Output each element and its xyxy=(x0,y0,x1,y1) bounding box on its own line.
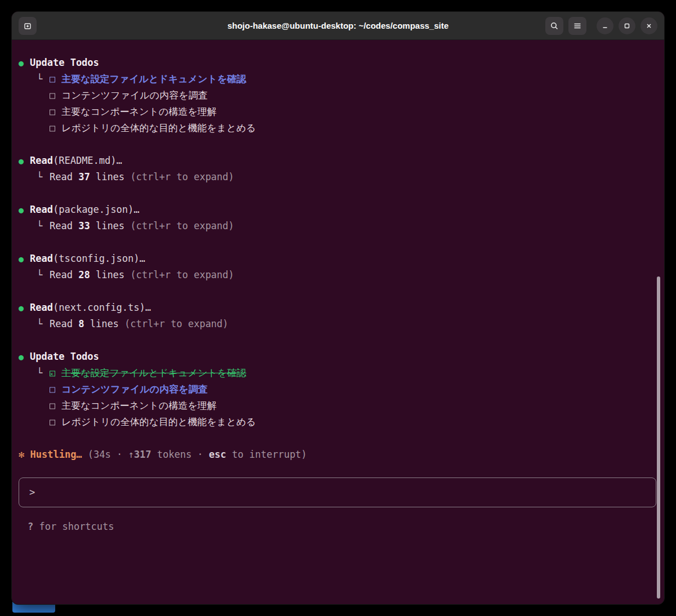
shortcut-key: ? xyxy=(28,521,33,532)
todo-text: 主要なコンポーネントの構造を理解 xyxy=(61,400,217,411)
search-button[interactable] xyxy=(545,17,563,35)
result-text: lines xyxy=(90,171,131,182)
close-button[interactable] xyxy=(641,17,657,34)
tool-result-row: └Read 37 lines (ctrl+r to expand) xyxy=(19,169,657,185)
todo-item: コンテンツファイルの内容を調査 xyxy=(19,381,657,398)
read-tool-block: ●Read(tsconfig.json)… └Read 28 lines (ct… xyxy=(19,251,657,283)
status-text: tokens · xyxy=(151,449,208,460)
task-bullet-icon: ● xyxy=(19,349,30,365)
todo-item: └主要な設定ファイルとドキュメントを確認 xyxy=(19,71,657,87)
spinner-icon: ✻ xyxy=(19,449,30,460)
expand-hint: (ctrl+r to expand) xyxy=(130,269,234,280)
task-bullet-icon: ● xyxy=(19,300,30,316)
arrow-up-icon: ↑ xyxy=(128,449,134,460)
checkbox-icon xyxy=(50,126,55,132)
tree-connector-icon: └ xyxy=(37,169,50,185)
result-text: lines xyxy=(84,318,124,329)
minimize-button[interactable] xyxy=(597,17,613,34)
todo-text: 主要な設定ファイルとドキュメントを確認 xyxy=(61,73,246,84)
task-bullet-icon: ● xyxy=(19,202,30,218)
todo-item: レポジトリの全体的な目的と機能をまとめる xyxy=(19,120,657,136)
tool-result-row: └Read 28 lines (ctrl+r to expand) xyxy=(19,267,657,283)
expand-hint: (ctrl+r to expand) xyxy=(130,171,234,182)
checkbox-icon xyxy=(50,387,55,393)
shortcut-text: for shortcuts xyxy=(33,521,114,532)
task-bullet-icon: ● xyxy=(19,55,30,72)
line-count: 8 xyxy=(78,318,84,329)
token-count: 317 xyxy=(134,449,152,460)
todo-text: 主要な設定ファイルとドキュメントを確認 xyxy=(61,367,246,378)
line-count: 33 xyxy=(78,220,90,231)
task-bullet-icon: ● xyxy=(19,153,30,169)
tool-name: Read xyxy=(30,302,53,313)
status-text: to interrupt) xyxy=(226,449,307,460)
close-icon xyxy=(645,22,653,30)
todo-text: レポジトリの全体的な目的と機能をまとめる xyxy=(61,122,256,133)
checkbox-icon xyxy=(50,420,55,426)
todo-text: レポジトリの全体的な目的と機能をまとめる xyxy=(61,416,256,427)
todo-item: 主要なコンポーネントの構造を理解 xyxy=(19,398,657,414)
tool-result-row: └Read 33 lines (ctrl+r to expand) xyxy=(19,218,657,234)
tool-name: Read xyxy=(30,204,53,215)
search-icon xyxy=(550,21,559,30)
todo-text: コンテンツファイルの内容を調査 xyxy=(61,90,207,101)
maximize-icon xyxy=(623,22,631,30)
tree-connector-icon: └ xyxy=(37,71,50,87)
checkbox-icon xyxy=(50,77,55,83)
titlebar[interactable]: shojo-hakase@ubuntu-desktop: ~/codes/com… xyxy=(12,12,664,40)
tool-arg: (README.md)… xyxy=(53,155,122,166)
terminal-content[interactable]: ●Update Todos └主要な設定ファイルとドキュメントを確認 コンテンツ… xyxy=(12,40,664,535)
todo-block: ●Update Todos └主要な設定ファイルとドキュメントを確認 コンテンツ… xyxy=(19,349,657,430)
maximize-button[interactable] xyxy=(619,17,635,34)
shortcuts-hint: ? for shortcuts xyxy=(19,519,657,535)
status-text: (34s · xyxy=(88,449,128,460)
prompt-symbol: > xyxy=(29,484,35,501)
todo-item: 主要なコンポーネントの構造を理解 xyxy=(19,104,657,120)
block-title: Update Todos xyxy=(30,57,99,68)
tree-connector-icon: └ xyxy=(37,316,50,332)
result-text: Read xyxy=(50,220,78,231)
todo-item: └主要な設定ファイルとドキュメントを確認 xyxy=(19,365,657,381)
block-title: Update Todos xyxy=(30,351,99,362)
checkbox-icon xyxy=(50,404,55,409)
tool-call-row: ●Read(package.json)… xyxy=(19,202,657,218)
todo-block-header: ●Update Todos xyxy=(19,55,657,71)
result-text: lines xyxy=(90,269,131,280)
todo-text: コンテンツファイルの内容を調査 xyxy=(61,383,207,395)
todo-item: レポジトリの全体的な目的と機能をまとめる xyxy=(19,414,657,430)
tool-name: Read xyxy=(30,253,53,264)
tool-arg: (tsconfig.json)… xyxy=(53,253,145,264)
menu-button[interactable] xyxy=(568,17,586,35)
line-count: 28 xyxy=(78,269,90,280)
checkbox-icon xyxy=(50,110,55,115)
tool-result-row: └Read 8 lines (ctrl+r to expand) xyxy=(19,316,657,332)
new-tab-button[interactable] xyxy=(19,17,37,35)
tool-arg: (next.config.ts)… xyxy=(53,302,151,313)
read-tool-block: ●Read(README.md)… └Read 37 lines (ctrl+r… xyxy=(19,153,657,185)
new-tab-icon xyxy=(23,21,32,30)
tree-connector-icon: └ xyxy=(37,365,50,381)
todo-block-header: ●Update Todos xyxy=(19,349,657,365)
tool-arg: (package.json)… xyxy=(53,204,140,215)
result-text: lines xyxy=(90,220,131,231)
todo-text: 主要なコンポーネントの構造を理解 xyxy=(61,106,217,117)
status-line: ✻ Hustling… (34s · ↑317 tokens · esc to … xyxy=(19,447,657,463)
hamburger-menu-icon xyxy=(573,21,582,30)
read-tool-block: ●Read(next.config.ts)… └Read 8 lines (ct… xyxy=(19,300,657,332)
terminal-window: shojo-hakase@ubuntu-desktop: ~/codes/com… xyxy=(11,11,665,605)
tool-call-row: ●Read(next.config.ts)… xyxy=(19,300,657,316)
tool-name: Read xyxy=(30,155,53,166)
checkbox-icon xyxy=(50,93,55,99)
result-text: Read xyxy=(50,318,78,329)
prompt-input-box[interactable]: > xyxy=(19,477,656,507)
checkbox-checked-icon xyxy=(50,371,55,377)
read-tool-block: ●Read(package.json)… └Read 33 lines (ctr… xyxy=(19,202,657,234)
result-text: Read xyxy=(50,269,78,280)
scrollbar-thumb[interactable] xyxy=(657,276,660,599)
line-count: 37 xyxy=(78,171,90,182)
esc-key-label: esc xyxy=(209,449,226,460)
todo-item: コンテンツファイルの内容を調査 xyxy=(19,87,657,104)
result-text: Read xyxy=(50,171,78,182)
tree-connector-icon: └ xyxy=(37,218,50,234)
minimize-icon xyxy=(601,22,609,30)
